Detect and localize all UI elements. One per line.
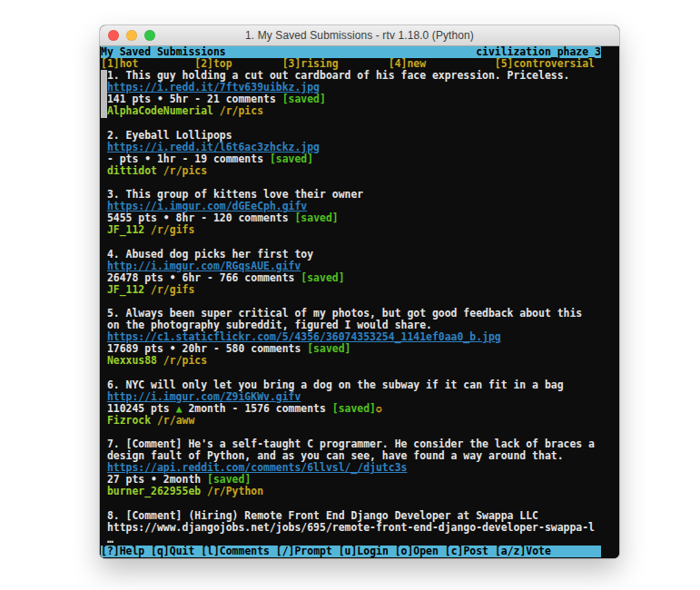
stats-text: 17689 pts • 20hr - 580 comments [107, 342, 307, 355]
submission-list: 1. This guy holding a cut out cardboard … [101, 70, 619, 546]
submission-author[interactable]: burner_262955eb [107, 485, 201, 497]
saved-badge: [saved] [207, 473, 251, 486]
submission-item[interactable]: 2. Eyeball Lollipopshttps://i.redd.it/l6… [101, 130, 619, 177]
saved-badge: [saved] [270, 152, 313, 165]
upvote-arrow-icon: ▲ [176, 402, 182, 415]
shortcut-prompt[interactable]: [/]Prompt [276, 546, 332, 557]
submission-url[interactable]: https://api.reddit.com/comments/6llvsl/_… [107, 461, 408, 474]
tab-top[interactable]: [2]top [194, 58, 232, 70]
submission-author[interactable]: dittidot [107, 164, 157, 177]
stats-text: 110245 pts [107, 402, 176, 415]
zoom-button-icon[interactable] [144, 30, 155, 41]
traffic-lights [108, 25, 155, 45]
saved-badge: [saved] [332, 402, 376, 415]
tab-controversial[interactable]: [5]controversial [495, 58, 595, 70]
saved-badge: [saved] [294, 211, 338, 224]
submission-subreddit[interactable]: /r/pics [163, 354, 207, 367]
submission-item[interactable]: 5. Always been super critical of my phot… [101, 308, 619, 367]
shortcut-open[interactable]: [o]Open [395, 546, 439, 557]
submission-url[interactable]: http://i.imgur.com/Z9iGKWv.gifv [107, 390, 301, 403]
stats-text: 26478 pts • 6hr - 766 comments [107, 271, 301, 284]
saved-badge: [saved] [307, 342, 350, 355]
window-titlebar[interactable]: 1. My Saved Submissions - rtv 1.18.0 (Py… [100, 25, 619, 46]
saved-badge: [saved] [282, 93, 326, 105]
submission-title: 8. [Comment] (Hiring) Remote Front End D… [101, 510, 619, 522]
submission-item[interactable]: 4. Abused dog picks her first toyhttp://… [101, 249, 619, 296]
stats-text: 141 pts • 5hr - 21 comments [107, 93, 282, 105]
saved-badge: [saved] [301, 271, 344, 284]
submission-subreddit[interactable]: /r/aww [157, 414, 194, 427]
submission-author[interactable]: JF_112 [107, 223, 144, 236]
status-bar-bottom: [?]Help [q]Quit [l]Comments [/]Prompt [u… [101, 546, 601, 557]
submission-item[interactable]: 1. This guy holding a cut out cardboard … [101, 70, 619, 117]
shortcut-comments[interactable]: [l]Comments [201, 546, 270, 557]
shortcut-post[interactable]: [c]Post [445, 546, 488, 557]
stats-text: - pts • 1hr - 19 comments [107, 152, 270, 165]
stats-text: 27 pts • 2month [107, 473, 207, 486]
window-title: 1. My Saved Submissions - rtv 1.18.0 (Py… [245, 29, 474, 42]
shortcut-quit[interactable]: [q]Quit [151, 546, 194, 557]
submission-author[interactable]: Nexxus88 [107, 354, 157, 367]
stats-text: 2month - 1576 comments [182, 402, 332, 415]
submission-subreddit[interactable]: /r/gifs [151, 223, 194, 236]
gilded-icon: ✪ [376, 402, 382, 415]
submission-title: https://www.djangojobs.net/jobs/695/remo… [101, 522, 619, 534]
submission-title: … [101, 534, 619, 546]
tab-rising[interactable]: [3]rising [282, 58, 339, 70]
tab-new[interactable]: [4]new [389, 58, 426, 70]
sort-tabs: [1]hot[2]top[3]rising[4]new[5]controvers… [101, 58, 619, 70]
submission-subreddit[interactable]: /r/pics [220, 104, 263, 117]
close-button-icon[interactable] [108, 30, 119, 41]
shortcut-login[interactable]: [u]Login [339, 546, 389, 557]
tab-hot[interactable]: [1]hot [101, 58, 138, 70]
minimize-button-icon[interactable] [126, 30, 137, 41]
submission-item[interactable]: 6. NYC will only let you bring a dog on … [101, 379, 619, 427]
submission-author[interactable]: JF_112 [107, 283, 144, 296]
terminal-window: 1. My Saved Submissions - rtv 1.18.0 (Py… [100, 25, 619, 558]
submission-item[interactable]: 8. [Comment] (Hiring) Remote Front End D… [101, 510, 619, 546]
submission-url[interactable]: https://c1.staticflickr.com/5/4356/36074… [107, 330, 501, 343]
submission-url[interactable]: http://i.imgur.com/RGqsAUE.gifv [107, 260, 301, 272]
submission-author[interactable]: Fizrock [107, 414, 151, 427]
submission-url[interactable]: https://i.redd.it/l6t6ac3zhckz.jpg [107, 141, 320, 153]
stats-text: 5455 pts • 8hr - 120 comments [107, 211, 295, 224]
shortcut-vote[interactable]: [a/z]Vote [495, 546, 551, 557]
submission-url[interactable]: https://i.imgur.com/dGEeCph.gifv [107, 200, 307, 212]
submission-subreddit[interactable]: /r/pics [163, 164, 207, 177]
terminal-screen: My Saved Submissions civilization_phaze_… [100, 46, 619, 558]
submission-author[interactable]: AlphaCodeNumerial [107, 104, 213, 117]
submission-item[interactable]: 3. This group of kittens love their owne… [101, 189, 619, 236]
submission-item[interactable]: 7. [Comment] He's a self-taught C progra… [101, 438, 619, 497]
submission-subreddit[interactable]: /r/gifs [151, 283, 194, 296]
shortcut-help[interactable]: [?]Help [101, 546, 144, 557]
submission-subreddit[interactable]: /r/Python [207, 485, 263, 497]
submission-url[interactable]: https://i.redd.it/7ftv639uibkz.jpg [107, 81, 320, 93]
